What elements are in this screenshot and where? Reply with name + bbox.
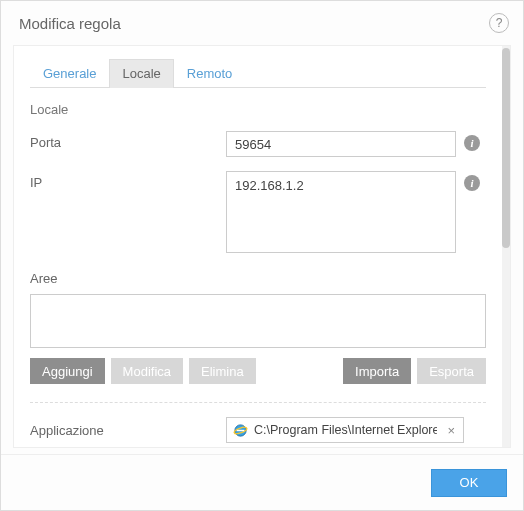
areas-listbox[interactable] [30,294,486,348]
internet-explorer-icon [233,423,248,438]
port-row: Porta i [30,131,486,157]
tab-strip: Generale Locale Remoto [30,58,486,88]
areas-button-row: Aggiungi Modifica Elimina Importa Esport… [30,358,486,384]
modify-button: Modifica [111,358,183,384]
areas-label: Aree [30,271,486,286]
delete-button: Elimina [189,358,256,384]
help-icon[interactable]: ? [489,13,509,33]
ok-button[interactable]: OK [431,469,507,497]
clear-icon[interactable]: × [443,423,459,438]
ip-row: IP 192.168.1.2 i [30,171,486,253]
content-area: Generale Locale Remoto Locale Porta i IP… [13,45,511,448]
dialog-window: Modifica regola ? Generale Locale Remoto… [0,0,524,511]
add-button[interactable]: Aggiungi [30,358,105,384]
port-input[interactable] [226,131,456,157]
application-label: Applicazione [30,423,226,438]
info-icon[interactable]: i [464,135,480,151]
tab-local[interactable]: Locale [109,59,173,88]
info-icon[interactable]: i [464,175,480,191]
vertical-scrollbar[interactable] [502,46,510,447]
export-button: Esporta [417,358,486,384]
import-button[interactable]: Importa [343,358,411,384]
window-title: Modifica regola [19,15,121,32]
dialog-footer: OK [1,454,523,510]
application-field[interactable]: C:\Program Files\Internet Explorer\ × [226,417,464,443]
tab-remote[interactable]: Remoto [174,59,246,88]
tab-general[interactable]: Generale [30,59,109,88]
title-bar: Modifica regola ? [1,1,523,45]
application-row: Applicazione C:\Program Files\Internet E… [30,417,486,443]
ip-label: IP [30,171,226,190]
scrollbar-thumb[interactable] [502,48,510,248]
port-label: Porta [30,131,226,150]
application-path: C:\Program Files\Internet Explorer\ [254,423,437,437]
ip-input[interactable]: 192.168.1.2 [226,171,456,253]
divider [30,402,486,403]
section-title: Locale [30,102,486,117]
